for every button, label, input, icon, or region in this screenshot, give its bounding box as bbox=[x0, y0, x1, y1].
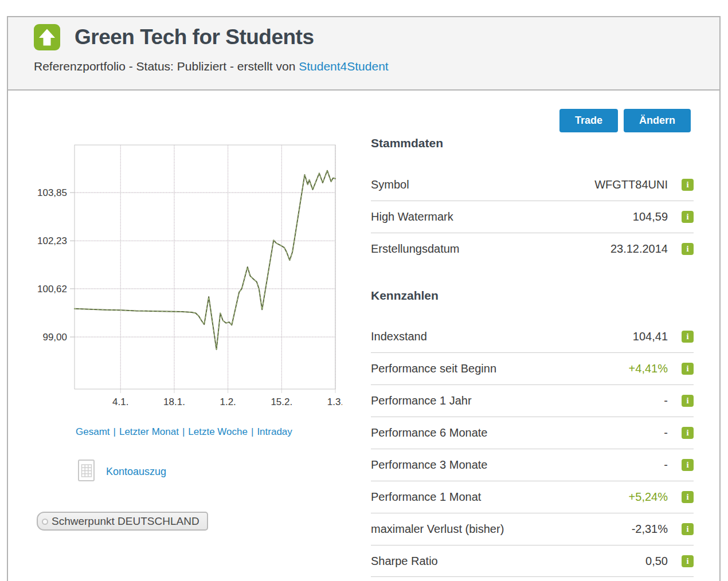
portfolio-content: Trade Ändern 103,85102,23100,6299,004.1.… bbox=[8, 91, 719, 581]
svg-text:18.1.: 18.1. bbox=[163, 397, 185, 407]
trade-button[interactable]: Trade bbox=[559, 109, 618, 132]
period-link-intraday[interactable]: Intraday bbox=[257, 426, 292, 437]
stat-label: Erstellungsdatum bbox=[371, 242, 460, 256]
stat-label: Sharpe Ratio bbox=[371, 555, 438, 568]
kontoauszug-link[interactable]: Kontoauszug bbox=[77, 459, 166, 484]
stat-row: High Watermark104,59i bbox=[371, 201, 694, 233]
info-icon[interactable]: i bbox=[682, 523, 694, 535]
stat-row: SymbolWFGTT84UNIi bbox=[371, 168, 694, 201]
info-icon[interactable]: i bbox=[682, 459, 694, 471]
title-row: Green Tech for Students bbox=[34, 24, 719, 50]
wikifolio-up-arrow-icon bbox=[34, 24, 60, 50]
separator: | bbox=[113, 426, 116, 437]
stat-row: Indexstand104,41i bbox=[371, 320, 694, 352]
stat-label: Performance seit Beginn bbox=[371, 362, 496, 375]
stat-label: Performance 1 Monat bbox=[371, 490, 481, 504]
stat-label: High Watermark bbox=[371, 210, 453, 223]
subtitle-text: Referenzportfolio - Status: Publiziert -… bbox=[34, 60, 299, 73]
info-icon[interactable]: i bbox=[682, 427, 694, 439]
info-icon[interactable]: i bbox=[682, 395, 694, 407]
period-link-letzte-woche[interactable]: Letzte Woche bbox=[188, 426, 248, 437]
stammdaten-rows: SymbolWFGTT84UNIiHigh Watermark104,59iEr… bbox=[371, 168, 694, 265]
period-link-letzter-monat[interactable]: Letzter Monat bbox=[119, 426, 179, 437]
stammdaten-heading: Stammdaten bbox=[371, 136, 694, 150]
separator: | bbox=[251, 426, 253, 437]
stat-value: - bbox=[664, 458, 668, 472]
info-icon[interactable]: i bbox=[682, 179, 694, 191]
stat-label: Indexstand bbox=[371, 330, 427, 343]
stat-value: - bbox=[664, 394, 668, 407]
svg-text:103,85: 103,85 bbox=[37, 187, 67, 198]
info-icon[interactable]: i bbox=[682, 243, 694, 255]
creator-link[interactable]: Student4Student bbox=[299, 60, 388, 73]
stat-value: 104,41 bbox=[633, 330, 668, 343]
stats-panel: Stammdaten SymbolWFGTT84UNIiHigh Waterma… bbox=[371, 136, 694, 577]
tag-label: Schwerpunkt DEUTSCHLAND bbox=[52, 515, 199, 528]
svg-text:100,62: 100,62 bbox=[37, 284, 67, 295]
svg-text:15.2.: 15.2. bbox=[271, 397, 292, 407]
stat-row: Performance 6 Monate-i bbox=[371, 417, 694, 449]
portfolio-card: Green Tech for Students Referenzportfoli… bbox=[7, 16, 721, 581]
stat-value: WFGTT84UNI bbox=[594, 178, 668, 191]
kennzahlen-rows: Indexstand104,41iPerformance seit Beginn… bbox=[371, 320, 694, 577]
stat-row: Performance seit Beginn+4,41%i bbox=[371, 352, 694, 384]
stat-value: +5,24% bbox=[629, 490, 668, 504]
stammdaten-section: Stammdaten SymbolWFGTT84UNIiHigh Waterma… bbox=[371, 136, 694, 265]
stat-row: Performance 1 Monat+5,24%i bbox=[371, 481, 694, 513]
portfolio-header: Green Tech for Students Referenzportfoli… bbox=[8, 17, 719, 91]
stat-label: Symbol bbox=[371, 178, 409, 191]
separator: | bbox=[182, 426, 185, 437]
info-icon[interactable]: i bbox=[682, 555, 694, 567]
stat-value: - bbox=[664, 426, 668, 439]
svg-text:99,00: 99,00 bbox=[42, 332, 67, 343]
period-link-gesamt[interactable]: Gesamt bbox=[76, 426, 110, 437]
performance-chart: 103,85102,23100,6299,004.1.18.1.1.2.15.2… bbox=[30, 142, 342, 412]
stat-row: maximaler Verlust (bisher)-2,31%i bbox=[371, 513, 694, 545]
stat-row: Performance 1 Jahr-i bbox=[371, 384, 694, 417]
stat-value: -2,31% bbox=[632, 523, 668, 536]
info-icon[interactable]: i bbox=[682, 211, 694, 223]
stat-row: Erstellungsdatum23.12.2014i bbox=[371, 233, 694, 265]
portfolio-subtitle: Referenzportfolio - Status: Publiziert -… bbox=[34, 60, 719, 73]
stat-label: maximaler Verlust (bisher) bbox=[371, 523, 504, 536]
svg-text:102,23: 102,23 bbox=[37, 235, 67, 246]
svg-text:4.1.: 4.1. bbox=[112, 397, 128, 407]
kennzahlen-heading: Kennzahlen bbox=[371, 289, 694, 303]
info-icon[interactable]: i bbox=[682, 363, 694, 375]
stat-value: 0,50 bbox=[645, 555, 668, 568]
page-title: Green Tech for Students bbox=[75, 25, 314, 49]
chart-period-nav: Gesamt|Letzter Monat|Letzte Woche|Intrad… bbox=[75, 426, 293, 438]
svg-text:1.2.: 1.2. bbox=[220, 397, 236, 407]
statement-document-icon bbox=[77, 459, 96, 484]
aendern-button[interactable]: Ändern bbox=[624, 109, 691, 132]
action-buttons: Trade Ändern bbox=[559, 109, 691, 132]
stat-row: Sharpe Ratio0,50i bbox=[371, 545, 694, 577]
kontoauszug-label[interactable]: Kontoauszug bbox=[106, 466, 166, 478]
stat-value: 104,59 bbox=[633, 210, 668, 223]
info-icon[interactable]: i bbox=[682, 331, 694, 343]
stat-row: Performance 3 Monate-i bbox=[371, 449, 694, 481]
stat-value: +4,41% bbox=[629, 362, 668, 375]
stat-label: Performance 1 Jahr bbox=[371, 394, 472, 407]
svg-text:1.3.: 1.3. bbox=[327, 397, 342, 407]
tag-schwerpunkt-deutschland[interactable]: Schwerpunkt DEUTSCHLAND bbox=[37, 512, 208, 531]
stat-value: 23.12.2014 bbox=[610, 242, 668, 256]
performance-chart-svg: 103,85102,23100,6299,004.1.18.1.1.2.15.2… bbox=[30, 142, 342, 410]
stat-label: Performance 3 Monate bbox=[371, 458, 487, 472]
info-icon[interactable]: i bbox=[682, 491, 694, 503]
kennzahlen-section: Kennzahlen Indexstand104,41iPerformance … bbox=[371, 289, 694, 577]
stat-label: Performance 6 Monate bbox=[371, 426, 487, 439]
